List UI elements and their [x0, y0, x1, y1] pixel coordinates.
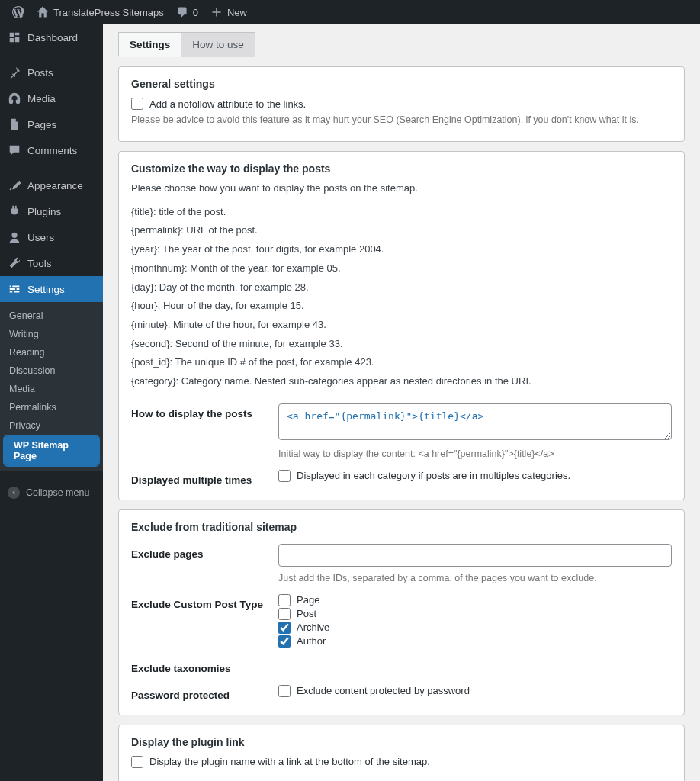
comment-icon [8, 143, 21, 157]
cpt-page-checkbox[interactable] [278, 594, 291, 606]
comments-link[interactable]: 0 [170, 6, 204, 18]
ph-year: {year}: The year of the post, four digit… [131, 240, 672, 259]
comment-icon [176, 6, 188, 18]
ph-hour: {hour}: Hour of the day, for example 15. [131, 297, 672, 316]
password-checkbox[interactable] [278, 685, 291, 697]
settings-submenu: General Writing Reading Discussion Media… [0, 302, 103, 471]
exclude-title: Exclude from traditional sitemap [131, 521, 672, 533]
submenu-writing[interactable]: Writing [0, 325, 103, 343]
display-hint: Initial way to display the content: <a h… [278, 448, 672, 459]
menu-dashboard[interactable]: Dashboard [0, 24, 103, 50]
plus-icon [210, 6, 223, 18]
multiple-checkbox[interactable] [278, 470, 291, 482]
menu-tools[interactable]: Tools [0, 250, 103, 276]
cpt-post-checkbox[interactable] [278, 608, 291, 620]
ph-minute: {minute}: Minute of the hour, for exampl… [131, 316, 672, 335]
pluginlink-checkbox[interactable] [131, 756, 143, 768]
nofollow-label: Add a nofollow attribute to the links. [149, 98, 306, 110]
submenu-reading[interactable]: Reading [0, 343, 103, 362]
cpt-archive-checkbox[interactable] [278, 622, 291, 634]
submenu-wp-sitemap-page[interactable]: WP Sitemap Page [5, 436, 98, 465]
comments-count: 0 [193, 7, 198, 18]
customize-title: Customize the way to display the posts [131, 162, 672, 175]
submenu-discussion[interactable]: Discussion [0, 362, 103, 380]
submenu-permalinks[interactable]: Permalinks [0, 398, 103, 416]
settings-content: Settings How to use General settings Add… [103, 24, 700, 781]
wp-logo[interactable] [6, 6, 31, 18]
pluginlink-check-label: Display the plugin name with a link at t… [149, 756, 430, 767]
tab-how-to-use[interactable]: How to use [181, 32, 255, 57]
cpt-post-label: Post [297, 608, 316, 619]
ph-title: {title}: title of the post. [131, 203, 672, 222]
cpt-author-label: Author [297, 635, 326, 647]
ph-second: {second}: Second of the minute, for exam… [131, 335, 672, 354]
exclude-tax-label: Exclude taxonomies [131, 658, 265, 674]
ph-day: {day}: Day of the month, for example 28. [131, 278, 672, 297]
dashboard-icon [8, 31, 21, 44]
customize-intro: Please choose how you want to display th… [131, 182, 672, 194]
home-icon [37, 6, 49, 18]
exclude-pages-input[interactable] [278, 544, 672, 567]
ph-monthnum: {monthnum}: Month of the year, for examp… [131, 259, 672, 278]
multiple-label: Displayed multiple times [131, 470, 265, 486]
tabs: Settings How to use [118, 32, 685, 57]
wrench-icon [8, 256, 21, 270]
menu-appearance[interactable]: Appearance [0, 172, 103, 198]
site-name[interactable]: TranslatePress Sitemaps [31, 6, 170, 18]
plug-icon [8, 204, 21, 218]
nofollow-checkbox[interactable] [131, 98, 143, 110]
cpt-author-checkbox[interactable] [278, 635, 291, 648]
new-link[interactable]: New [204, 6, 253, 18]
placeholder-list: {title}: title of the post. {permalink}:… [131, 203, 672, 391]
submenu-media[interactable]: Media [0, 380, 103, 398]
exclude-pages-hint: Just add the IDs, separated by a comma, … [278, 573, 672, 583]
new-label: New [227, 7, 247, 18]
display-textarea[interactable] [278, 403, 672, 440]
brush-icon [8, 178, 21, 192]
menu-users[interactable]: Users [0, 224, 103, 250]
menu-comments[interactable]: Comments [0, 137, 103, 163]
menu-plugins[interactable]: Plugins [0, 198, 103, 224]
password-label: Password protected [131, 685, 265, 701]
tab-settings[interactable]: Settings [118, 32, 181, 57]
admin-bar: TranslatePress Sitemaps 0 New [0, 0, 700, 24]
panel-customize: Customize the way to display the posts P… [118, 151, 685, 500]
menu-media[interactable]: Media [0, 85, 103, 111]
admin-sidebar: Dashboard Posts Media Pages Comments App… [0, 24, 103, 781]
cpt-page-label: Page [297, 594, 319, 606]
display-label: How to display the posts [131, 403, 265, 419]
password-check-label: Exclude content protected by password [297, 685, 470, 696]
exclude-cpt-label: Exclude Custom Post Type [131, 594, 265, 610]
menu-settings[interactable]: Settings [0, 276, 103, 302]
ph-postid: {post_id}: The unique ID # of the post, … [131, 353, 672, 372]
ph-permalink: {permalink}: URL of the post. [131, 221, 672, 240]
pluginlink-title: Display the plugin link [131, 736, 672, 748]
wordpress-icon [12, 6, 24, 18]
pin-icon [8, 66, 21, 79]
nofollow-hint: Please be advice to avoid this feature a… [131, 113, 672, 127]
cpt-archive-label: Archive [297, 622, 329, 633]
panel-exclude: Exclude from traditional sitemap Exclude… [118, 509, 685, 715]
site-name-label: TranslatePress Sitemaps [53, 7, 164, 18]
submenu-privacy[interactable]: Privacy [0, 416, 103, 435]
ph-category: {category}: Category name. Nested sub-ca… [131, 372, 672, 391]
collapse-menu[interactable]: Collapse menu [0, 479, 103, 506]
panel-general: General settings Add a nofollow attribut… [118, 66, 685, 142]
collapse-icon [8, 487, 20, 499]
menu-pages[interactable]: Pages [0, 111, 103, 137]
exclude-pages-label: Exclude pages [131, 544, 265, 560]
submenu-general[interactable]: General [0, 307, 103, 325]
media-icon [8, 92, 21, 105]
sliders-icon [8, 282, 21, 296]
panel-plugin-link: Display the plugin link Display the plug… [118, 725, 685, 781]
user-icon [8, 230, 21, 244]
multiple-check-label: Displayed in each category if posts are … [297, 470, 570, 481]
page-icon [8, 117, 21, 131]
menu-posts[interactable]: Posts [0, 59, 103, 85]
general-title: General settings [131, 78, 672, 90]
